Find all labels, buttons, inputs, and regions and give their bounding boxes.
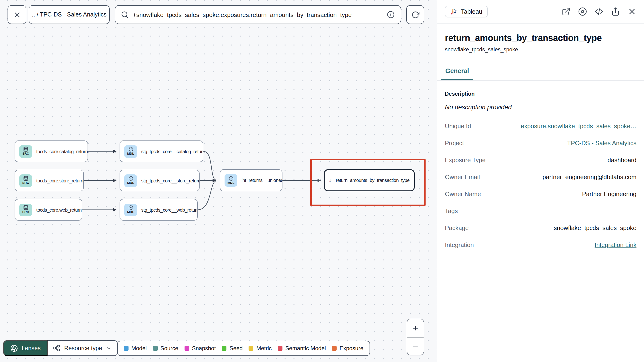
cube-icon [128, 176, 134, 181]
info-icon[interactable] [386, 10, 395, 19]
source-swatch [153, 346, 158, 351]
close-lineage-button[interactable] [8, 5, 26, 24]
source-badge: SRC [19, 203, 32, 216]
close-icon [13, 11, 21, 19]
model-badge: MDL [224, 174, 237, 187]
unique-id-link[interactable]: exposure.snowflake_tpcds_sales_spoke… [471, 122, 636, 129]
resource-package-subtitle: snowflake_tpcds_sales_spoke [445, 47, 636, 52]
exposure-swatch [332, 346, 336, 351]
metric-swatch [249, 346, 254, 351]
cube-icon [128, 147, 134, 152]
database-icon [23, 147, 28, 152]
badge-label: SRC [22, 181, 29, 185]
lineage-search-input[interactable]: +snowflake_tpcds_sales_spoke.exposures.r… [115, 5, 401, 24]
detail-row-exposure-type: Exposure Type dashboard [445, 151, 636, 168]
lenses-control-group: Lenses Resource type [3, 340, 118, 356]
snapshot-swatch [184, 346, 189, 351]
detail-row-integration: Integration Integration Link [445, 236, 636, 253]
database-icon [23, 205, 28, 211]
badge-label: MDL [127, 211, 134, 215]
badge-label: MDL [228, 181, 234, 185]
model-badge: MDL [124, 145, 137, 158]
description-heading: Description [445, 91, 636, 97]
integration-link[interactable]: Integration Link [474, 241, 636, 248]
node-source-catalog-returns[interactable]: SRC tpcds_core.catalog_returns [14, 140, 88, 162]
detail-row-unique-id: Unique Id exposure.snowflake_tpcds_sales… [445, 117, 636, 134]
node-label: stg_tpcds_core__store_returns [141, 178, 200, 183]
owner-name-value: Partner Engineering [481, 190, 636, 197]
resource-type-label: Resource type [64, 345, 102, 351]
model-swatch [124, 346, 128, 351]
node-label: stg_tpcds_core__catalog_returns [141, 149, 203, 154]
node-exposure-return-amounts[interactable]: return_amounts_by_transaction_type [324, 169, 415, 191]
project-link[interactable]: TPC-DS - Sales Analytics [464, 139, 636, 146]
node-source-store-returns[interactable]: SRC tpcds_core.store_returns [14, 170, 84, 191]
legend-item-metric: Metric [249, 345, 272, 352]
badge-label: SRC [22, 211, 29, 215]
node-model-stg-web-returns[interactable]: MDL stg_tpcds_core__web_returns [120, 199, 198, 221]
badge-label: MDL [127, 181, 134, 185]
node-label: int_returns__unioned [242, 178, 282, 183]
panel-header: Tableau [437, 0, 644, 24]
node-model-stg-catalog-returns[interactable]: MDL stg_tpcds_core__catalog_returns [120, 140, 203, 162]
detail-row-owner-name: Owner Name Partner Engineering [445, 185, 636, 202]
resource-type-legend: Model Source Snapshot Seed Metric Semant… [117, 341, 370, 356]
aperture-icon [10, 344, 18, 352]
explore-compass-icon[interactable] [578, 7, 587, 16]
badge-label: MDL [127, 152, 134, 156]
code-icon[interactable] [594, 7, 604, 16]
tableau-logo-icon [450, 8, 457, 15]
description-empty-text: No description provided. [445, 104, 636, 111]
lenses-button[interactable]: Lenses [3, 340, 48, 356]
node-model-int-returns-unioned[interactable]: MDL int_returns__unioned [220, 169, 282, 191]
search-icon [121, 11, 128, 18]
resource-details-panel: Tableau return_amounts_by_transaction_ty… [437, 0, 644, 362]
detail-row-package: Package snowflake_tpcds_sales_spoke [445, 219, 636, 236]
zoom-controls: + − [407, 319, 424, 355]
search-value: +snowflake_tpcds_sales_spoke.exposures.r… [133, 11, 382, 18]
owner-email-value: partner_engineering@dbtlabs.com [480, 173, 636, 180]
zoom-in-button[interactable]: + [407, 319, 424, 337]
dbt-explorer-lineage-app: SRC tpcds_core.catalog_returns SRC tpcds… [0, 0, 644, 362]
node-label: return_amounts_by_transaction_type [336, 178, 410, 183]
node-source-web-returns[interactable]: SRC tpcds_core.web_returns [14, 199, 82, 221]
package-value: snowflake_tpcds_sales_spoke [469, 224, 636, 231]
open-external-icon[interactable] [562, 7, 570, 16]
tab-general[interactable]: General [441, 67, 473, 80]
detail-row-owner-email: Owner Email partner_engineering@dbtlabs.… [445, 168, 636, 185]
share-icon[interactable] [611, 7, 620, 16]
tool-badge-label: Tableau [461, 8, 482, 15]
panel-header-icons [562, 7, 636, 16]
database-icon [23, 176, 28, 181]
lineage-canvas[interactable]: SRC tpcds_core.catalog_returns SRC tpcds… [0, 0, 437, 362]
resource-type-dropdown[interactable]: Resource type [48, 340, 118, 356]
badge-label: SRC [22, 152, 29, 156]
model-badge: MDL [124, 174, 137, 187]
seed-swatch [222, 346, 227, 351]
detail-row-tags: Tags [445, 202, 636, 219]
model-badge: MDL [124, 203, 137, 216]
node-label: tpcds_core.web_returns [36, 207, 82, 212]
exposure-type-value: dashboard [486, 156, 636, 163]
cube-icon [228, 176, 234, 181]
zoom-out-button[interactable]: − [407, 337, 424, 355]
refresh-icon [411, 11, 419, 19]
node-label: tpcds_core.store_returns [36, 178, 84, 183]
refresh-lineage-button[interactable] [406, 5, 424, 24]
detail-row-project: Project TPC-DS - Sales Analytics [445, 134, 636, 151]
tableau-logo-icon [329, 175, 332, 185]
tableau-tool-badge[interactable]: Tableau [445, 6, 488, 18]
close-panel-icon[interactable] [628, 7, 636, 16]
details-rows: Unique Id exposure.snowflake_tpcds_sales… [445, 117, 636, 253]
legend-item-seed: Seed [222, 345, 243, 352]
breadcrumb[interactable]: .. / TPC-DS - Sales Analytics [29, 5, 110, 24]
node-label: stg_tpcds_core__web_returns [141, 207, 198, 212]
legend-item-model: Model [124, 345, 147, 352]
panel-tabs: General [437, 66, 644, 81]
legend-item-source: Source [153, 345, 178, 352]
semantic-model-swatch [278, 346, 282, 351]
chevron-down-icon [106, 345, 112, 351]
resource-title: return_amounts_by_transaction_type [445, 33, 636, 43]
node-model-stg-store-returns[interactable]: MDL stg_tpcds_core__store_returns [120, 170, 200, 191]
source-badge: SRC [19, 145, 32, 158]
